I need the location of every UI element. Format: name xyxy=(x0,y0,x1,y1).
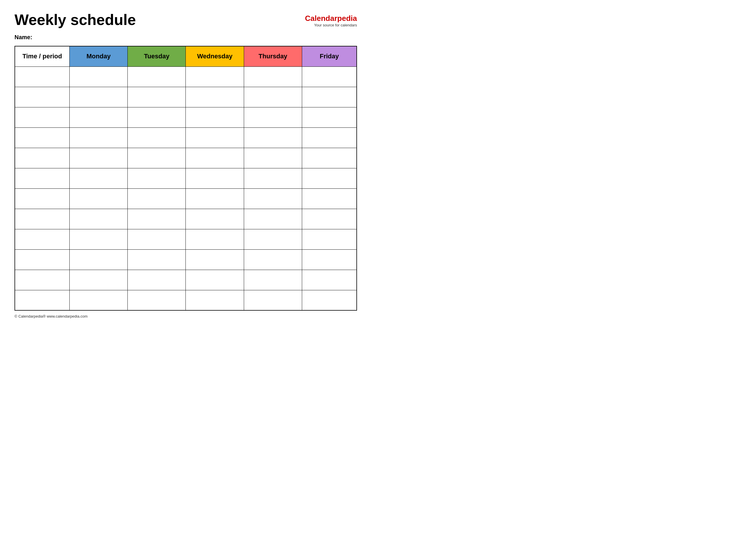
table-cell[interactable] xyxy=(128,229,186,249)
col-header-friday: Friday xyxy=(302,46,357,67)
table-cell[interactable] xyxy=(15,249,70,270)
table-cell[interactable] xyxy=(186,229,244,249)
table-row xyxy=(15,67,357,87)
table-cell[interactable] xyxy=(302,188,357,209)
table-cell[interactable] xyxy=(15,168,70,188)
table-cell[interactable] xyxy=(186,87,244,107)
table-cell[interactable] xyxy=(15,127,70,148)
table-cell[interactable] xyxy=(15,67,70,87)
table-cell[interactable] xyxy=(70,148,127,168)
table-cell[interactable] xyxy=(186,127,244,148)
table-cell[interactable] xyxy=(70,67,127,87)
col-header-thursday: Thursday xyxy=(244,46,302,67)
table-cell[interactable] xyxy=(15,290,70,310)
table-row xyxy=(15,249,357,270)
page-header: Weekly schedule Calendarpedia Your sourc… xyxy=(14,12,357,28)
table-cell[interactable] xyxy=(186,168,244,188)
table-cell[interactable] xyxy=(244,290,302,310)
table-cell[interactable] xyxy=(244,229,302,249)
logo-pedia: pedia xyxy=(337,14,357,23)
table-cell[interactable] xyxy=(244,107,302,127)
col-header-tuesday: Tuesday xyxy=(128,46,186,67)
table-cell[interactable] xyxy=(128,107,186,127)
table-cell[interactable] xyxy=(186,270,244,290)
table-cell[interactable] xyxy=(186,107,244,127)
table-row xyxy=(15,229,357,249)
table-row xyxy=(15,127,357,148)
table-row xyxy=(15,290,357,310)
table-cell[interactable] xyxy=(128,67,186,87)
table-cell[interactable] xyxy=(15,107,70,127)
footer: © Calendarpedia® www.calendarpedia.com xyxy=(14,314,357,318)
table-cell[interactable] xyxy=(302,127,357,148)
table-cell[interactable] xyxy=(186,67,244,87)
table-cell[interactable] xyxy=(302,107,357,127)
table-cell[interactable] xyxy=(244,270,302,290)
table-row xyxy=(15,87,357,107)
table-cell[interactable] xyxy=(128,209,186,229)
table-cell[interactable] xyxy=(70,107,127,127)
table-row xyxy=(15,168,357,188)
logo-container: Calendarpedia Your source for calendars xyxy=(305,14,357,27)
table-cell[interactable] xyxy=(70,168,127,188)
table-cell[interactable] xyxy=(302,249,357,270)
table-cell[interactable] xyxy=(302,270,357,290)
table-cell[interactable] xyxy=(244,209,302,229)
schedule-table: Time / period Monday Tuesday Wednesday T… xyxy=(14,46,357,311)
table-cell[interactable] xyxy=(128,270,186,290)
table-cell[interactable] xyxy=(244,188,302,209)
table-cell[interactable] xyxy=(15,229,70,249)
table-cell[interactable] xyxy=(15,270,70,290)
table-cell[interactable] xyxy=(302,168,357,188)
table-cell[interactable] xyxy=(70,209,127,229)
table-cell[interactable] xyxy=(244,249,302,270)
table-cell[interactable] xyxy=(244,67,302,87)
table-cell[interactable] xyxy=(70,270,127,290)
table-cell[interactable] xyxy=(302,148,357,168)
table-row xyxy=(15,270,357,290)
table-cell[interactable] xyxy=(128,168,186,188)
table-cell[interactable] xyxy=(186,209,244,229)
table-cell[interactable] xyxy=(244,148,302,168)
table-cell[interactable] xyxy=(15,209,70,229)
table-cell[interactable] xyxy=(128,188,186,209)
page-title: Weekly schedule xyxy=(14,12,136,28)
logo-subtitle: Your source for calendars xyxy=(314,23,357,27)
table-cell[interactable] xyxy=(128,127,186,148)
table-cell[interactable] xyxy=(302,229,357,249)
table-cell[interactable] xyxy=(244,127,302,148)
table-cell[interactable] xyxy=(302,87,357,107)
logo-calendar: Calendar xyxy=(305,14,337,23)
table-cell[interactable] xyxy=(244,168,302,188)
col-header-time: Time / period xyxy=(15,46,70,67)
table-row xyxy=(15,209,357,229)
table-cell[interactable] xyxy=(128,148,186,168)
table-cell[interactable] xyxy=(128,249,186,270)
table-row xyxy=(15,107,357,127)
table-cell[interactable] xyxy=(186,249,244,270)
table-cell[interactable] xyxy=(186,148,244,168)
table-cell[interactable] xyxy=(186,188,244,209)
name-label: Name: xyxy=(14,34,357,41)
table-cell[interactable] xyxy=(186,290,244,310)
table-cell[interactable] xyxy=(244,87,302,107)
table-header-row: Time / period Monday Tuesday Wednesday T… xyxy=(15,46,357,67)
table-cell[interactable] xyxy=(70,229,127,249)
table-cell[interactable] xyxy=(15,148,70,168)
table-cell[interactable] xyxy=(70,188,127,209)
table-cell[interactable] xyxy=(70,87,127,107)
table-cell[interactable] xyxy=(302,209,357,229)
table-cell[interactable] xyxy=(70,249,127,270)
table-cell[interactable] xyxy=(302,67,357,87)
logo-text: Calendarpedia xyxy=(305,14,357,23)
table-cell[interactable] xyxy=(70,290,127,310)
table-row xyxy=(15,188,357,209)
table-cell[interactable] xyxy=(128,87,186,107)
table-cell[interactable] xyxy=(15,87,70,107)
col-header-monday: Monday xyxy=(70,46,127,67)
table-cell[interactable] xyxy=(70,127,127,148)
table-cell[interactable] xyxy=(128,290,186,310)
table-cell[interactable] xyxy=(15,188,70,209)
table-body xyxy=(15,67,357,310)
table-cell[interactable] xyxy=(302,290,357,310)
